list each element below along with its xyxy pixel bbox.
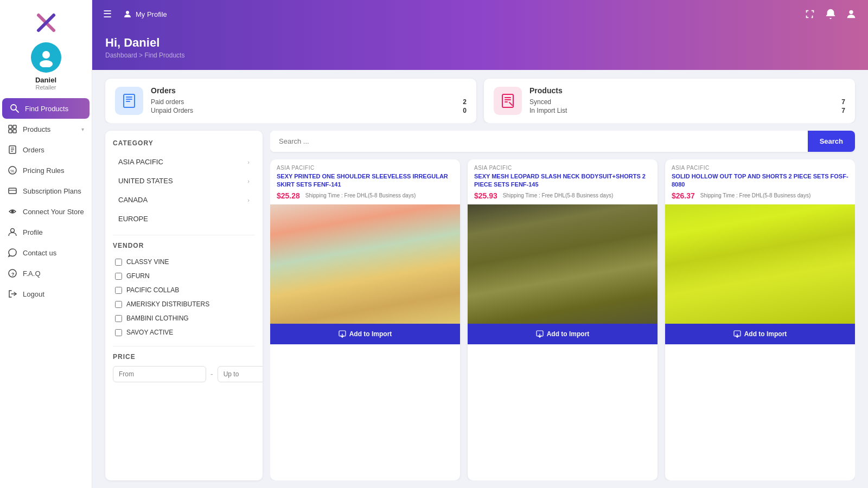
category-item[interactable]: ASIA PACIFIC›: [113, 152, 255, 171]
product-price: $25.93: [474, 191, 497, 200]
category-label: CANADA: [118, 196, 148, 204]
sidebar-item-find-products[interactable]: Find Products: [2, 98, 90, 119]
shipping-info: Shipping Time : Free DHL(5-8 Business da…: [503, 192, 613, 198]
menu-icon[interactable]: ☰: [103, 8, 112, 20]
vendor-checkbox[interactable]: [115, 315, 122, 322]
category-item[interactable]: CANADA›: [113, 190, 255, 209]
vendors-list: CLASSY VINEGFURNPACIFIC COLLABAMERISKY D…: [113, 255, 255, 339]
vendor-label[interactable]: CLASSY VINE: [126, 258, 169, 266]
sidebar-item-connect-store[interactable]: Connect Your Store: [0, 201, 92, 222]
svg-rect-27: [126, 99, 132, 100]
price-from-input[interactable]: [113, 366, 206, 382]
sidebar: Daniel Retailer Find Products Products ▾…: [0, 0, 92, 488]
import-icon: [733, 330, 741, 338]
product-region: ASIA PACIFIC: [277, 165, 454, 171]
sidebar-item-pricing-rules[interactable]: % Pricing Rules: [0, 160, 92, 181]
vendor-checkbox[interactable]: [115, 259, 122, 266]
profile-link[interactable]: My Profile: [123, 9, 167, 19]
breadcrumb-home[interactable]: Dashboard: [105, 52, 137, 59]
sidebar-item-logout[interactable]: Logout: [0, 284, 92, 304]
import-icon: [339, 330, 346, 338]
category-item[interactable]: UNITED STATES›: [113, 171, 255, 190]
svg-rect-26: [126, 97, 132, 98]
add-to-import-button[interactable]: Add to Import: [468, 324, 658, 344]
product-price-row: $25.28 Shipping Time : Free DHL(5-8 Busi…: [277, 191, 454, 200]
products-grid: ASIA PACIFIC SEXY PRINTED ONE SHOULDER S…: [270, 159, 855, 480]
fullscreen-icon[interactable]: [804, 8, 816, 20]
search-input[interactable]: [270, 131, 808, 152]
category-label: UNITED STATES: [118, 177, 173, 185]
greeting: Hi, Daniel: [105, 36, 855, 50]
svg-point-18: [11, 210, 14, 213]
vendor-label[interactable]: BAMBINI CLOTHING: [126, 314, 189, 322]
product-image: [468, 204, 658, 324]
svg-point-23: [126, 11, 129, 14]
user-role: Retailer: [36, 84, 56, 91]
orders-unpaid-row: Unpaid Orders 0: [151, 107, 467, 114]
faq-icon: ?: [8, 268, 17, 278]
product-card: ASIA PACIFIC SEXY MESH LEOPARD SLASH NEC…: [468, 159, 658, 480]
sidebar-item-products[interactable]: Products ▾: [0, 119, 92, 139]
sidebar-item-faq[interactable]: ? F.A.Q: [0, 263, 92, 284]
vendor-checkbox[interactable]: [115, 329, 122, 336]
breadcrumb-sep: >: [139, 52, 144, 59]
user-icon[interactable]: [845, 8, 857, 20]
orders-title: Orders: [151, 86, 467, 95]
shipping-info: Shipping Time : Free DHL(5-8 Business da…: [700, 192, 810, 198]
paid-orders-value: 2: [463, 98, 467, 106]
import-value: 7: [841, 107, 845, 114]
products-title: Products: [529, 86, 845, 95]
svg-point-2: [42, 51, 50, 59]
unpaid-orders-value: 0: [463, 107, 467, 114]
profile-icon: [8, 227, 17, 237]
sidebar-item-contact-us[interactable]: Contact us: [0, 242, 92, 263]
products-stat-info: Products Synced 7 In Import List 7: [529, 86, 845, 115]
price-to-input[interactable]: [218, 366, 263, 382]
stats-row: Orders Paid orders 2 Unpaid Orders 0: [92, 70, 868, 123]
vendor-item: GFURN: [113, 269, 255, 283]
import-icon: [536, 330, 544, 338]
filter-panel: CATEGORY ASIA PACIFIC›UNITED STATES›CANA…: [105, 131, 263, 480]
products-synced-row: Synced 7: [529, 98, 845, 106]
chevron-right-icon: ›: [247, 178, 250, 184]
chevron-right-icon: ›: [247, 159, 250, 165]
chevron-right-icon: ›: [247, 197, 250, 203]
vendor-checkbox[interactable]: [115, 273, 122, 280]
product-card: ASIA PACIFIC SOLID HOLLOW OUT TOP AND SH…: [665, 159, 855, 480]
product-region: ASIA PACIFIC: [672, 165, 848, 171]
product-price-row: $25.93 Shipping Time : Free DHL(5-8 Busi…: [474, 191, 651, 200]
product-card: ASIA PACIFIC SEXY PRINTED ONE SHOULDER S…: [270, 159, 460, 480]
add-to-import-button[interactable]: Add to Import: [270, 324, 460, 344]
product-image: [270, 204, 460, 324]
subscription-plans-icon: [8, 186, 17, 196]
price-range: -: [113, 366, 255, 382]
svg-rect-32: [505, 101, 508, 102]
notification-icon[interactable]: [825, 8, 837, 20]
category-item[interactable]: EUROPE: [113, 209, 255, 228]
topbar: ☰ My Profile: [92, 0, 868, 28]
vendor-label[interactable]: GFURN: [126, 272, 150, 280]
vendor-checkbox[interactable]: [115, 287, 122, 294]
product-card-top: ASIA PACIFIC SEXY PRINTED ONE SHOULDER S…: [270, 159, 460, 204]
vendor-label[interactable]: AMERISKY DISTRIBUTERS: [126, 300, 209, 308]
sidebar-item-subscription-plans[interactable]: Subscription Plans: [0, 181, 92, 201]
category-label: EUROPE: [118, 215, 148, 223]
categories-list: ASIA PACIFIC›UNITED STATES›CANADA›EUROPE: [113, 152, 255, 228]
logout-icon: [8, 289, 17, 299]
sidebar-item-profile[interactable]: Profile: [0, 222, 92, 242]
products-area: Search ASIA PACIFIC SEXY PRINTED ONE SHO…: [270, 131, 855, 480]
svg-point-19: [11, 229, 15, 233]
product-price: $25.28: [277, 191, 300, 200]
svg-rect-6: [9, 125, 12, 129]
sidebar-item-orders[interactable]: Orders: [0, 139, 92, 160]
vendor-label[interactable]: SAVOY ACTIVE: [126, 329, 173, 336]
vendor-label[interactable]: PACIFIC COLLAB: [126, 286, 179, 294]
search-button[interactable]: Search: [808, 131, 855, 152]
vendor-checkbox[interactable]: [115, 301, 122, 308]
product-card-top: ASIA PACIFIC SEXY MESH LEOPARD SLASH NEC…: [468, 159, 658, 204]
add-to-import-button[interactable]: Add to Import: [665, 324, 855, 344]
sidebar-item-label: Contact us: [23, 249, 84, 257]
orders-icon: [8, 145, 17, 155]
user-name: Daniel: [35, 76, 56, 84]
vendor-item: PACIFIC COLLAB: [113, 283, 255, 297]
